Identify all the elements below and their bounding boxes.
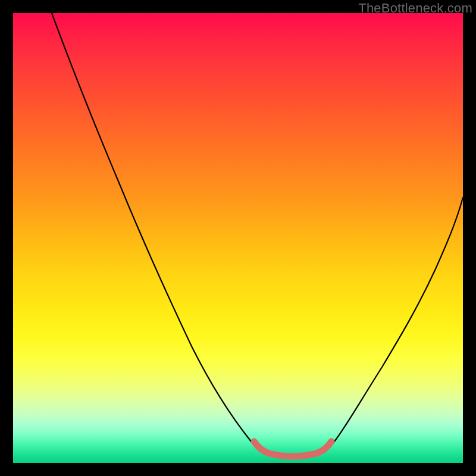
- chart-frame: TheBottleneck.com: [0, 0, 476, 476]
- optimal-range-marker: [254, 441, 331, 456]
- watermark-text: TheBottleneck.com: [358, 1, 472, 16]
- chart-plot-area: [13, 13, 463, 463]
- bottleneck-curve: [52, 13, 463, 457]
- chart-svg: [13, 13, 463, 463]
